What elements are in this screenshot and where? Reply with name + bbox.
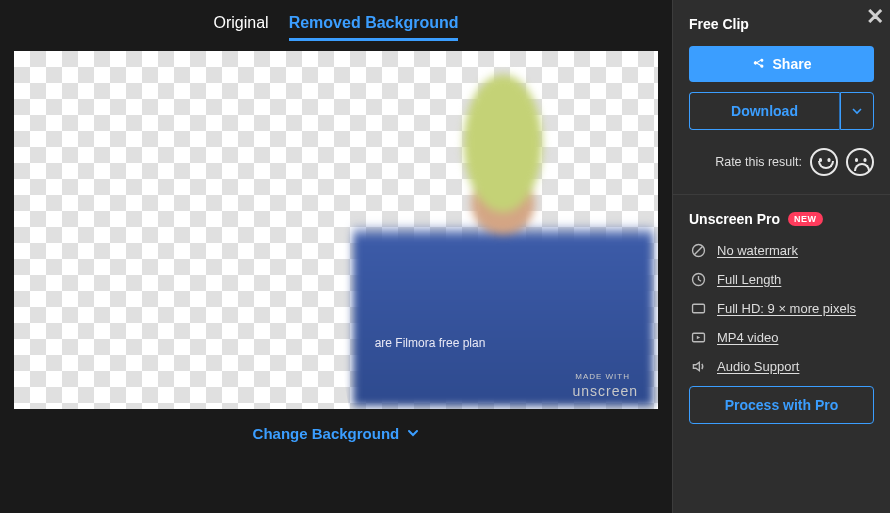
rate-happy-icon[interactable] xyxy=(810,148,838,176)
feature-no-watermark[interactable]: No watermark xyxy=(689,241,874,259)
tab-removed-background[interactable]: Removed Background xyxy=(289,14,459,41)
change-background-label: Change Background xyxy=(253,425,400,442)
download-button[interactable]: Download xyxy=(689,92,840,130)
play-icon xyxy=(689,328,707,346)
process-with-pro-button[interactable]: Process with Pro xyxy=(689,386,874,424)
pro-title-label: Unscreen Pro xyxy=(689,211,780,227)
free-clip-section: Free Clip Share Download Rate this resul… xyxy=(673,0,890,195)
watermark-brand: unscreen xyxy=(572,383,638,399)
feature-full-length[interactable]: Full Length xyxy=(689,270,874,288)
svg-line-1 xyxy=(694,246,703,255)
no-watermark-icon xyxy=(689,241,707,259)
rate-sad-icon[interactable] xyxy=(846,148,874,176)
free-clip-title: Free Clip xyxy=(689,16,874,32)
feature-audio[interactable]: Audio Support xyxy=(689,357,874,375)
share-button[interactable]: Share xyxy=(689,46,874,82)
download-label: Download xyxy=(731,103,798,119)
audio-icon xyxy=(689,357,707,375)
rate-result: Rate this result: xyxy=(689,148,874,176)
sidebar: ✕ Free Clip Share Download Rate this res… xyxy=(672,0,890,513)
svg-rect-3 xyxy=(692,304,704,313)
download-options-button[interactable] xyxy=(840,92,874,130)
process-pro-label: Process with Pro xyxy=(725,397,839,413)
feature-mp4[interactable]: MP4 video xyxy=(689,328,874,346)
clock-icon xyxy=(689,270,707,288)
change-background-button[interactable]: Change Background xyxy=(0,409,672,458)
hd-icon xyxy=(689,299,707,317)
preview-canvas: are Filmora free plan MADE WITH unscreen xyxy=(14,51,658,409)
share-icon xyxy=(752,58,765,71)
tab-original[interactable]: Original xyxy=(214,14,269,41)
caret-down-icon xyxy=(852,106,862,116)
pro-section: Unscreen Pro NEW No watermark Full Lengt… xyxy=(673,195,890,442)
view-tabs: Original Removed Background xyxy=(0,0,672,51)
feature-full-hd[interactable]: Full HD: 9 × more pixels xyxy=(689,299,874,317)
watermark-made-with: MADE WITH xyxy=(575,372,630,381)
share-label: Share xyxy=(773,56,812,72)
rate-label: Rate this result: xyxy=(715,155,802,169)
chevron-down-icon xyxy=(407,425,419,442)
new-badge: NEW xyxy=(788,212,823,226)
cutout-subject xyxy=(353,56,653,406)
close-icon[interactable]: ✕ xyxy=(866,4,884,30)
